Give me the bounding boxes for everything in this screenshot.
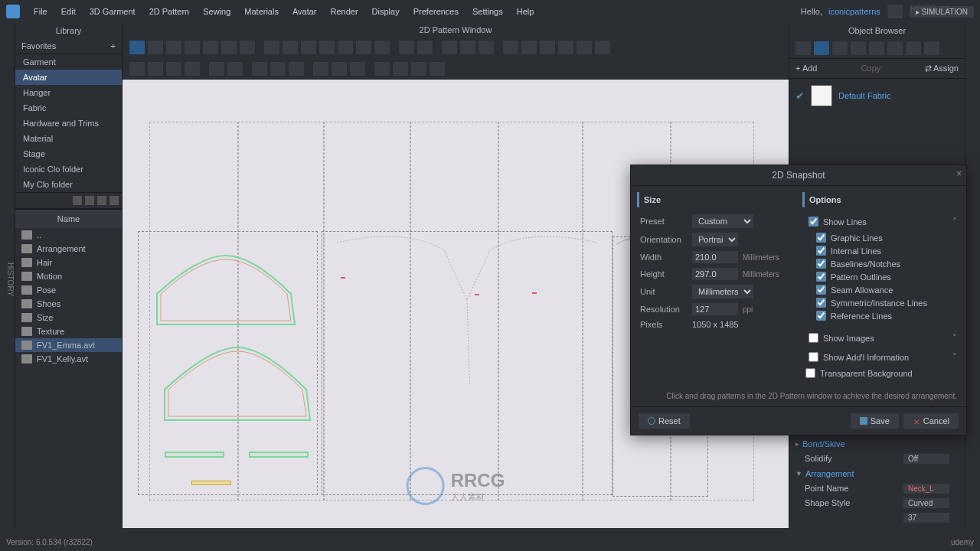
tool-freesew[interactable] [416,40,433,55]
tool2-h[interactable] [270,61,286,77]
file-motion[interactable]: Motion [15,269,122,283]
tool-align[interactable] [521,40,537,55]
tool-transform[interactable] [165,40,182,55]
menu-display[interactable]: Display [366,4,406,19]
tool2-b[interactable] [147,61,164,77]
arrangement-section-header[interactable]: ▼Arrangement [795,466,959,481]
favorites-add-icon[interactable]: + [111,41,116,51]
show-addl-check[interactable] [808,352,818,362]
unit-select[interactable]: Millimeters [692,285,753,298]
show-images-check[interactable] [808,333,818,343]
ob-tool-grading[interactable] [906,41,921,55]
tool-ungroup[interactable] [576,40,593,55]
bond-section-header[interactable]: ▸Bond/Skive [795,436,959,452]
height-input[interactable] [692,268,738,280]
tool-text[interactable] [441,40,458,55]
assign-button[interactable]: ⇄ Assign [925,64,959,73]
lib-garment[interactable]: Garment [15,54,122,70]
tool2-p[interactable] [429,61,446,77]
tool-curve[interactable] [184,40,201,55]
pattern-outlines-check[interactable] [816,272,826,282]
tool-rectangle[interactable] [282,40,299,55]
lib-stage[interactable]: Stage [15,146,122,161]
tool2-o[interactable] [410,61,427,77]
ob-tool-topstitch[interactable] [869,41,884,55]
file-shoes[interactable]: Shoes [15,297,122,311]
graphic-lines-check[interactable] [816,233,826,243]
right-tab[interactable] [965,23,980,528]
tool-distribute[interactable] [539,40,556,55]
internal-lines-check[interactable] [816,246,826,256]
lib-iconic[interactable]: Iconic Clo folder [15,161,122,177]
tool2-j[interactable] [312,61,329,77]
transparent-bg-check[interactable] [805,368,815,378]
file-size[interactable]: Size [15,311,122,324]
tool-avatar[interactable] [594,40,611,55]
chevron-up-icon[interactable]: ˄ [952,217,957,227]
tool-split[interactable] [220,40,237,55]
baselines-check[interactable] [816,259,826,269]
tool-polygon[interactable] [263,40,280,55]
tool2-l[interactable] [349,61,366,77]
ob-tool-list[interactable] [795,41,811,55]
lib-myclo[interactable]: My Clo folder [15,177,122,192]
point-name-value[interactable]: Neck_L [903,484,949,494]
reference-lines-check[interactable] [816,311,826,321]
width-input[interactable] [692,251,738,263]
copy-button[interactable]: Copy [861,64,881,73]
menu-file[interactable]: File [28,4,54,19]
tool-sew[interactable] [398,40,415,55]
refresh-icon[interactable] [85,196,94,205]
add-button[interactable]: Add [802,64,818,73]
tool2-c[interactable] [165,61,182,77]
lib-material[interactable]: Material [15,131,122,146]
chevron-down-icon[interactable]: ˅ [952,352,957,362]
tool-dart[interactable] [318,40,335,55]
tool-circle[interactable] [300,40,317,55]
ob-tool-button[interactable] [832,41,848,55]
file-pose[interactable]: Pose [15,283,122,297]
tool2-k[interactable] [331,61,348,77]
file-arrangement[interactable]: Arrangement [15,242,122,256]
tool-internal[interactable] [337,40,354,55]
tool-trace[interactable] [374,40,390,55]
menu-sewing[interactable]: Sewing [197,4,237,19]
history-tab[interactable]: HISTORY [0,23,15,528]
list-icon[interactable] [109,196,119,205]
tool2-e[interactable] [208,61,225,77]
seam-allowance-check[interactable] [816,285,826,295]
tool-edit[interactable] [147,40,164,55]
chevron-down-icon[interactable]: ˅ [952,333,957,343]
tool2-g[interactable] [251,61,268,77]
tool-grid[interactable] [502,40,519,55]
tool2-n[interactable] [392,61,409,77]
tool-measure[interactable] [478,40,495,55]
simulation-badge[interactable]: ▸ SIMULATION [910,6,974,18]
cloud-icon[interactable] [887,4,903,19]
tool-group[interactable] [557,40,574,55]
file-hair[interactable]: Hair [15,256,122,269]
shape-num-value[interactable]: 37 [903,513,949,523]
menu-settings[interactable]: Settings [466,4,509,19]
menu-edit[interactable]: Edit [55,4,82,19]
show-lines-check[interactable] [808,217,818,227]
lib-hardware[interactable]: Hardware and Trims [15,116,122,131]
menu-help[interactable]: Help [511,4,541,19]
shape-style-value[interactable]: Curved [903,498,949,508]
file-emma[interactable]: FV1_Emma.avt [15,338,122,352]
file-kelly[interactable]: FV1_Kelly.avt [15,352,122,366]
tool-notch[interactable] [239,40,256,55]
tool2-i[interactable] [288,61,305,77]
ob-tool-pucker[interactable] [887,41,903,55]
cancel-button[interactable]: Cancel [903,413,959,429]
menu-avatar[interactable]: Avatar [286,4,323,19]
lib-avatar[interactable]: Avatar [15,70,122,85]
search-icon[interactable] [73,196,82,205]
menu-render[interactable]: Render [325,4,364,19]
grid-icon[interactable] [97,196,106,205]
ob-tool-fabric[interactable] [814,41,829,55]
tool2-f[interactable] [227,61,243,77]
menu-preferences[interactable]: Preferences [407,4,465,19]
menu-materials[interactable]: Materials [238,4,285,19]
user-link[interactable]: iconicpatterns [828,7,880,16]
